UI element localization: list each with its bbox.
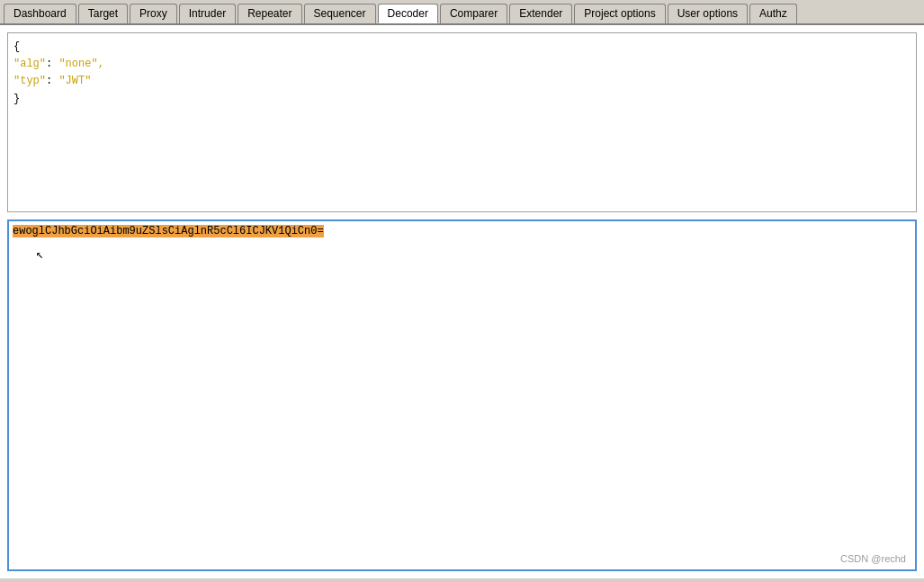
tab-user-options[interactable]: User options: [668, 4, 748, 23]
tab-proxy[interactable]: Proxy: [130, 4, 177, 23]
json-line-alg: "alg": "none",: [13, 56, 911, 73]
encoded-text: ewoglCJhbGciOiAibm9uZSlsCiAglnR5cCl6ICJK…: [13, 225, 324, 237]
top-panel[interactable]: { "alg": "none", "typ": "JWT" }: [7, 32, 917, 212]
watermark: CSDN @rechd: [840, 553, 906, 564]
tab-comparer[interactable]: Comparer: [440, 4, 507, 23]
tab-bar: Dashboard Target Proxy Intruder Repeater…: [0, 0, 924, 25]
tab-extender[interactable]: Extender: [509, 4, 572, 23]
tab-authz[interactable]: Authz: [749, 4, 797, 23]
json-line-open: {: [13, 39, 911, 56]
bottom-panel[interactable]: ewoglCJhbGciOiAibm9uZSlsCiAglnR5cCl6ICJK…: [7, 219, 917, 571]
json-line-close: }: [13, 91, 911, 108]
tab-target[interactable]: Target: [78, 4, 128, 23]
tab-repeater[interactable]: Repeater: [238, 4, 301, 23]
tab-project-options[interactable]: Project options: [574, 4, 665, 23]
bottom-area: ewoglCJhbGciOiAibm9uZSlsCiAglnR5cCl6ICJK…: [7, 219, 917, 571]
tab-sequencer[interactable]: Sequencer: [304, 4, 376, 23]
tab-dashboard[interactable]: Dashboard: [4, 4, 76, 23]
cursor-arrow: ↖: [36, 248, 43, 261]
main-content: { "alg": "none", "typ": "JWT" } ewoglCJh…: [0, 25, 924, 578]
json-line-typ: "typ": "JWT": [13, 73, 911, 90]
tab-decoder[interactable]: Decoder: [378, 4, 438, 23]
tab-intruder[interactable]: Intruder: [179, 4, 236, 23]
